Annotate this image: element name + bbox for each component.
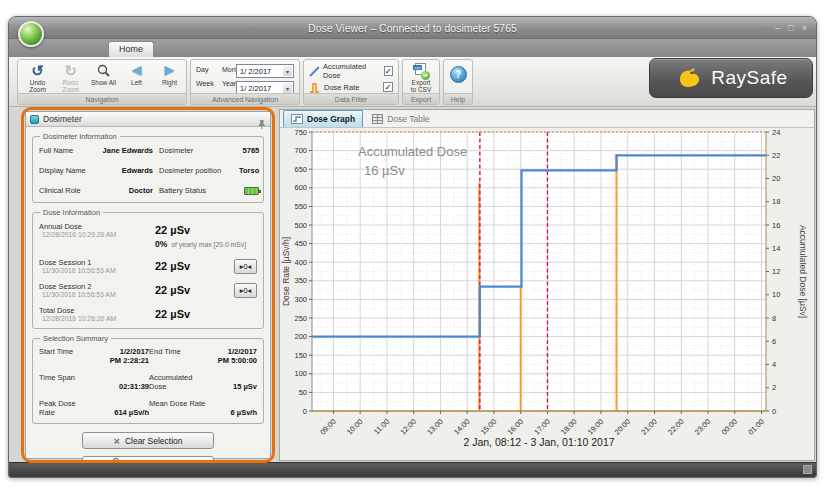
- right-arrow-icon: ▶: [165, 63, 175, 78]
- battery-icon: [244, 187, 259, 195]
- svg-text:23:00: 23:00: [693, 417, 713, 437]
- start-date-value: 1/ 2/2017: [240, 67, 271, 76]
- undo-zoom-label: Undo Zoom: [22, 79, 53, 94]
- start-date-picker[interactable]: 1/ 2/2017 ▾: [236, 64, 294, 78]
- dose-rate-checkbox[interactable]: ✓: [383, 82, 393, 92]
- app-window: Dose Viewer – Connected to dosimeter 576…: [8, 16, 817, 478]
- svg-text:0: 0: [772, 407, 776, 416]
- window-controls: – □ ×: [775, 17, 807, 39]
- peak-dose-rate-value: 614 µSv/h: [87, 408, 149, 417]
- pan-left-button[interactable]: ◀ Left: [121, 62, 152, 94]
- selection-summary-caption: Selection Summary: [40, 334, 111, 343]
- tab-dose-graph[interactable]: Dose Graph: [283, 110, 363, 127]
- tab-dose-table[interactable]: Dose Table: [365, 110, 436, 127]
- svg-text:14: 14: [772, 244, 780, 253]
- pin-icon[interactable]: [257, 115, 266, 133]
- help-caption: Help: [444, 93, 472, 104]
- accumulated-dose-line-icon: [309, 66, 319, 77]
- mean-dose-rate-label: Mean Dose Rate: [149, 399, 207, 417]
- svg-text:10: 10: [772, 290, 780, 299]
- redo-zoom-button[interactable]: ↻ Redo Zoom: [55, 62, 86, 94]
- svg-text:300: 300: [294, 295, 307, 304]
- svg-text:650: 650: [294, 165, 307, 174]
- right-axis-title: Accumulated Dose [µSv]: [798, 225, 808, 318]
- minimize-button[interactable]: –: [775, 23, 780, 33]
- maximize-button[interactable]: □: [788, 23, 793, 33]
- ribbon-group-navigation: ↺ Undo Zoom ↻ Redo Zoom Show All: [17, 59, 187, 105]
- svg-text:250: 250: [294, 314, 307, 323]
- ribbon-tabstrip: Home: [9, 39, 816, 57]
- total-dose-row: Total Dose 12/28/2016 10:26:26 AM 22 µSv: [33, 306, 263, 322]
- magnifier-icon: [96, 63, 111, 78]
- svg-text:18: 18: [772, 197, 780, 206]
- accumulated-dose-value: 15 µSv: [207, 382, 257, 391]
- mean-dose-rate-value: 6 µSv/h: [207, 408, 257, 417]
- navigation-caption: Navigation: [18, 93, 186, 104]
- svg-text:200: 200: [294, 332, 307, 341]
- svg-text:20: 20: [772, 174, 780, 183]
- app-logo-orb-icon[interactable]: [18, 21, 44, 47]
- mode-week[interactable]: Week: [196, 80, 216, 87]
- end-time-label: End Time: [149, 347, 207, 365]
- battery-status-label: Battery Status: [159, 186, 239, 195]
- view-tabs: Dose Graph Dose Table: [280, 110, 814, 128]
- export-to-csv-button[interactable]: csv ➜ Export to CSV: [403, 60, 439, 94]
- ribbon: ↺ Undo Zoom ↻ Redo Zoom Show All: [9, 57, 816, 107]
- left-arrow-icon: ◀: [132, 63, 142, 78]
- navigation-buttons: ↺ Undo Zoom ↻ Redo Zoom Show All: [22, 62, 185, 94]
- dose-information-group: Dose Information Annual Dose 12/28/2016 …: [32, 212, 264, 329]
- clear-selection-button[interactable]: × Clear Selection: [82, 432, 214, 449]
- svg-text:24: 24: [772, 128, 780, 137]
- undo-zoom-button[interactable]: ↺ Undo Zoom: [22, 62, 53, 94]
- mode-day[interactable]: Day: [196, 66, 216, 73]
- right-label: Right: [162, 79, 177, 86]
- annual-dose-label: Annual Dose: [39, 222, 155, 231]
- display-name-value: Edwards: [97, 166, 159, 175]
- svg-text:01:00: 01:00: [746, 417, 766, 437]
- help-button[interactable]: ?: [450, 66, 467, 83]
- dosimeter-panel: Dosimeter Dosimeter Information Full Nam…: [25, 111, 271, 459]
- resize-grip[interactable]: [803, 465, 812, 474]
- dose-graph-icon: [291, 114, 303, 124]
- accumulated-dose-checkbox[interactable]: ✓: [384, 66, 393, 76]
- clinical-role-label: Clinical Role: [39, 186, 97, 195]
- svg-text:19:00: 19:00: [586, 417, 606, 437]
- dropdown-arrow-icon[interactable]: ▾: [283, 66, 292, 76]
- dose-table-tab-label: Dose Table: [387, 114, 429, 124]
- dosimeter-information-group: Dosimeter Information Full Name Jane Edw…: [32, 136, 264, 203]
- tab-home[interactable]: Home: [108, 41, 154, 57]
- status-bar: [9, 462, 816, 477]
- clear-selection-label: Clear Selection: [125, 436, 183, 446]
- position-label: Dosimeter position: [159, 166, 239, 175]
- show-all-button[interactable]: Show All: [88, 62, 119, 94]
- close-button[interactable]: ×: [802, 23, 807, 33]
- dose-information-caption: Dose Information: [40, 208, 103, 217]
- total-dose-label: Total Dose: [39, 306, 155, 315]
- svg-text:700: 700: [294, 146, 307, 155]
- export-caption: Export: [403, 93, 439, 104]
- annual-dose-value: 22 µSv: [155, 224, 190, 236]
- export-label-line1: Export: [412, 79, 431, 86]
- pan-right-button[interactable]: ▶ Right: [154, 62, 185, 94]
- dose-session-1-timestamp: 11/30/2016 10:56:53 AM: [42, 267, 155, 274]
- accumulated-dose-filter-label: Accumulated Dose: [323, 62, 380, 80]
- annual-dose-row: Annual Dose 12/28/2016 10:26:26 AM 22 µS…: [33, 222, 263, 238]
- full-name-value: Jane Edwards: [97, 146, 159, 155]
- svg-text:18:00: 18:00: [559, 417, 579, 437]
- svg-text:400: 400: [294, 258, 307, 267]
- left-axis-title: Dose Rate [µSv/h]: [281, 237, 291, 306]
- reset-session-1-button[interactable]: ▸0◂: [234, 259, 257, 274]
- date-pickers: 1/ 2/2017 ▾ 1/ 2/2017 ▾: [236, 64, 294, 95]
- svg-text:22:00: 22:00: [666, 417, 686, 437]
- svg-text:600: 600: [294, 183, 307, 192]
- dose-session-2-value: 22 µSv: [155, 284, 190, 296]
- clinical-role-value: Doctor: [97, 186, 159, 195]
- clear-x-icon: ×: [113, 435, 119, 447]
- export-arrow-icon: ➜: [421, 71, 430, 80]
- redo-zoom-icon: ↻: [64, 62, 77, 79]
- reset-session-2-button[interactable]: ▸0◂: [234, 283, 257, 298]
- dose-graph-panel: Dose Graph Dose Table 050100150200250300…: [279, 109, 815, 461]
- dropdown-arrow-icon[interactable]: ▾: [283, 83, 292, 93]
- time-span-label: Time Span: [39, 373, 87, 391]
- svg-text:450: 450: [294, 239, 307, 248]
